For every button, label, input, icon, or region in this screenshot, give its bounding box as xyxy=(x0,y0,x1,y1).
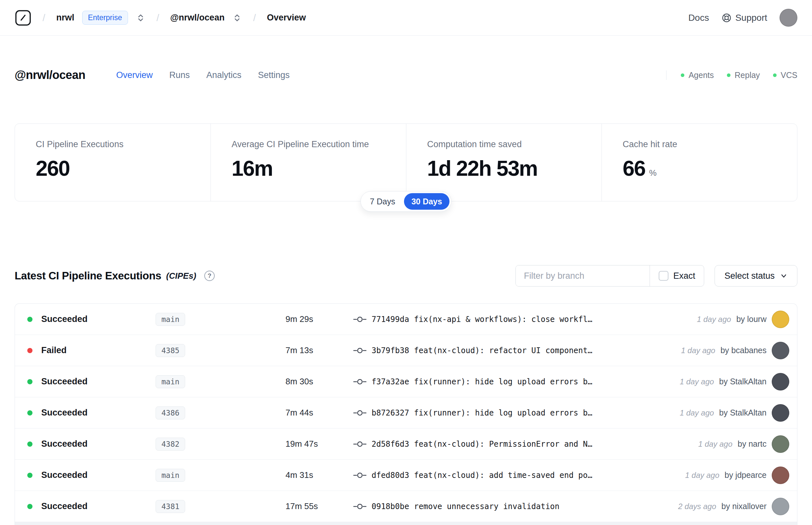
breadcrumb-separator: / xyxy=(43,12,45,24)
commit-hash: 3b79fb38 xyxy=(371,346,409,355)
indicator-label: Replay xyxy=(735,71,760,80)
cipe-duration: 7m 44s xyxy=(286,408,353,418)
commit-message: fix(nx-api & workflows): close workfl… xyxy=(414,315,593,324)
time-ago: 1 day ago xyxy=(685,471,719,480)
green-dot-icon xyxy=(773,73,777,77)
branch-cell: 4381 xyxy=(156,500,286,513)
cipe-row[interactable]: Succeeded main 4m 31s dfed80d3feat(nx-cl… xyxy=(15,460,797,491)
branch-cell: 4382 xyxy=(156,438,286,451)
cipe-status: Succeeded xyxy=(41,501,156,511)
cipes-title: Latest CI Pipeline Executions xyxy=(15,270,162,282)
status-indicators: Agents Replay VCS xyxy=(666,71,797,80)
stat-value: 1d 22h 53m xyxy=(427,156,595,181)
commit-message: remove unnecessary invalidation xyxy=(414,502,560,511)
branch-badge: 4382 xyxy=(156,438,185,451)
range-30-days-button[interactable]: 30 Days xyxy=(404,193,450,210)
breadcrumb-org[interactable]: nrwl xyxy=(56,13,74,23)
indicator-agents[interactable]: Agents xyxy=(681,71,714,80)
cipe-status: Succeeded xyxy=(41,314,156,324)
range-7-days-button[interactable]: 7 Days xyxy=(363,193,403,210)
author-avatar xyxy=(772,435,789,453)
workspace-tabs: Overview Runs Analytics Settings xyxy=(116,70,290,80)
lifebuoy-icon xyxy=(721,13,732,23)
git-commit-icon xyxy=(353,409,366,417)
breadcrumb-workspace[interactable]: @nrwl/ocean xyxy=(170,13,225,23)
commit-text: 0918b0beremove unnecessary invalidation xyxy=(371,502,670,511)
org-switcher-button[interactable] xyxy=(136,12,145,24)
cipe-duration: 17m 55s xyxy=(286,501,353,511)
cipe-duration: 19m 47s xyxy=(286,439,353,449)
breadcrumb-separator: / xyxy=(156,12,159,24)
green-dot-icon xyxy=(681,73,684,77)
tab-analytics[interactable]: Analytics xyxy=(206,70,241,80)
stat-card-cache-hit-rate: Cache hit rate 66% xyxy=(601,124,797,201)
branch-filter-group: Exact xyxy=(516,265,704,287)
support-link[interactable]: Support xyxy=(721,13,767,23)
branch-badge: main xyxy=(156,313,185,326)
time-ago: 1 day ago xyxy=(697,315,731,324)
cipes-section: Latest CI Pipeline Executions (CIPEs) ? … xyxy=(15,201,797,525)
cipe-row[interactable]: Succeeded 4381 17m 55s 0918b0beremove un… xyxy=(15,491,797,522)
cipe-row[interactable]: Succeeded 4386 7m 44s b8726327fix(runner… xyxy=(15,397,797,429)
row-meta: 1 day ago by jdpearce xyxy=(685,466,789,484)
workspace-header: @nrwl/ocean Overview Runs Analytics Sett… xyxy=(0,36,812,82)
cipe-row[interactable]: Succeeded 4382 19m 47s 2d58f6d3feat(nx-c… xyxy=(15,429,797,460)
tab-overview[interactable]: Overview xyxy=(116,70,153,80)
cipe-status: Succeeded xyxy=(41,408,156,418)
commit-text: 771499dafix(nx-api & workflows): close w… xyxy=(371,315,689,324)
time-ago: 1 day ago xyxy=(698,439,732,449)
commit-text: 3b79fb38feat(nx-cloud): refactor UI comp… xyxy=(371,346,673,355)
author: by nartc xyxy=(738,439,767,449)
branch-cell: main xyxy=(156,469,286,482)
stat-value: 66% xyxy=(623,156,791,181)
tab-settings[interactable]: Settings xyxy=(258,70,290,80)
branch-cell: 4386 xyxy=(156,406,286,419)
cipes-controls: Exact Select status xyxy=(516,265,797,287)
cipe-row[interactable]: Failed 4385 7m 13s 3b79fb38feat(nx-cloud… xyxy=(15,335,797,366)
commit-message: feat(nx-cloud): refactor UI component… xyxy=(414,346,593,355)
cipe-status: Succeeded xyxy=(41,470,156,480)
indicator-replay[interactable]: Replay xyxy=(727,71,760,80)
author: by jdpearce xyxy=(725,470,767,480)
workspace-switcher-button[interactable] xyxy=(232,12,242,24)
commit-text: b8726327fix(runner): hide log upload err… xyxy=(371,408,672,418)
commit-hash: f37a32ae xyxy=(371,377,409,386)
author-avatar xyxy=(772,404,789,422)
help-icon[interactable]: ? xyxy=(204,271,215,281)
branch-cell: main xyxy=(156,313,286,326)
branch-cell: 4385 xyxy=(156,344,286,357)
topbar-actions: Docs Support xyxy=(688,9,797,27)
stat-value: 260 xyxy=(36,156,204,181)
cipe-row[interactable]: Succeeded main 8m 30s f37a32aefix(runner… xyxy=(15,366,797,397)
branch-filter-input[interactable] xyxy=(516,266,649,286)
commit-message: fix(runner): hide log upload errors b… xyxy=(414,408,593,418)
exact-match-toggle[interactable]: Exact xyxy=(649,266,704,286)
cipe-row[interactable]: Succeeded main 9m 29s 771499dafix(nx-api… xyxy=(15,304,797,335)
commit-message: feat(nx-cloud): add time-saved end po… xyxy=(414,471,593,480)
cipe-status: Succeeded xyxy=(41,439,156,449)
status-dot-icon xyxy=(27,379,32,384)
stat-card-ci-executions: CI Pipeline Executions 260 xyxy=(15,124,211,201)
status-dot-icon xyxy=(27,348,32,353)
cipes-header: Latest CI Pipeline Executions (CIPEs) ? … xyxy=(15,265,797,287)
commit-hash: dfed80d3 xyxy=(371,471,409,480)
enterprise-badge: Enterprise xyxy=(82,11,128,25)
author-avatar xyxy=(772,311,789,328)
commit-message: fix(runner): hide log upload errors b… xyxy=(414,377,593,386)
nx-cloud-logo[interactable] xyxy=(15,10,31,26)
author: by StalkAltan xyxy=(719,377,767,386)
breadcrumb: / nrwl Enterprise / @nrwl/ocean / Overvi… xyxy=(15,10,306,26)
stat-label: Average CI Pipeline Execution time xyxy=(232,139,399,149)
commit-hash: 0918b0be xyxy=(371,502,409,511)
branch-badge: main xyxy=(156,469,185,482)
docs-link[interactable]: Docs xyxy=(688,13,709,23)
stat-value: 16m xyxy=(232,156,399,181)
status-select-button[interactable]: Select status xyxy=(715,265,797,287)
cipe-duration: 7m 13s xyxy=(286,345,353,356)
cipe-status: Succeeded xyxy=(41,376,156,387)
commit-hash: 771499da xyxy=(371,315,409,324)
indicator-vcs[interactable]: VCS xyxy=(773,71,797,80)
tab-runs[interactable]: Runs xyxy=(169,70,190,80)
user-avatar[interactable] xyxy=(780,9,797,27)
exact-checkbox[interactable] xyxy=(659,271,669,281)
